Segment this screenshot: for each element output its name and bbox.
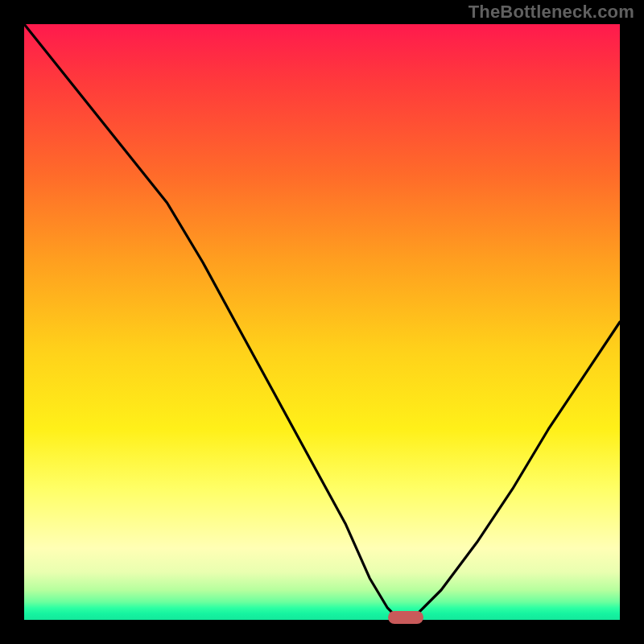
curve-path xyxy=(24,24,620,620)
optimal-marker xyxy=(388,611,423,624)
bottleneck-curve xyxy=(24,24,620,620)
plot-area xyxy=(24,24,620,620)
chart-frame: TheBottleneck.com xyxy=(0,0,644,644)
watermark-text: TheBottleneck.com xyxy=(469,2,634,23)
